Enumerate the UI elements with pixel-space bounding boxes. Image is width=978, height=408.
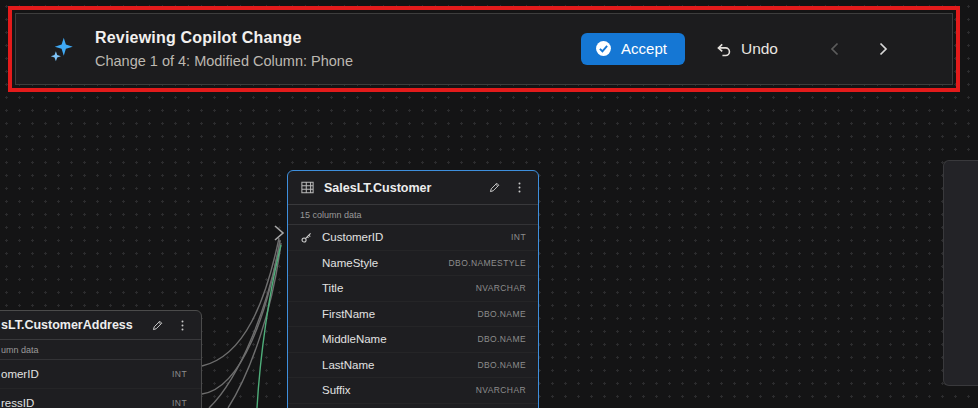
- column-type: DBO.NAMESTYLE: [449, 258, 526, 268]
- column-type: INT: [172, 398, 187, 408]
- banner-info: Reviewing Copilot Change Change 1 of 4: …: [48, 29, 353, 69]
- column-row[interactable]: NameStyleDBO.NAMESTYLE: [288, 251, 538, 277]
- banner-controls: Accept Undo: [581, 33, 952, 65]
- column-type: DBO.NAME: [477, 360, 526, 370]
- chevron-right-icon: [876, 41, 890, 57]
- table-header[interactable]: SalesLT.Customer: [288, 171, 538, 205]
- column-name: LastName: [322, 359, 374, 371]
- banner-text: Reviewing Copilot Change Change 1 of 4: …: [95, 29, 353, 69]
- table-more-options-button[interactable]: [513, 181, 526, 194]
- next-change-button[interactable]: [872, 37, 894, 61]
- column-row[interactable]: SuffixNVARCHAR: [288, 378, 538, 404]
- column-list: omerIDINTressIDINT: [0, 360, 201, 408]
- column-row[interactable]: MiddleNameDBO.NAME: [288, 327, 538, 353]
- column-count-label: 15 column data: [288, 205, 538, 225]
- table-title: sLT.CustomerAddress: [1, 318, 133, 332]
- column-type: NVARCHAR: [476, 283, 526, 293]
- table-actions: [151, 319, 189, 332]
- diagram-canvas[interactable]: { "banner": { "title": "Reviewing Copilo…: [0, 0, 978, 408]
- chevron-left-icon: [828, 41, 842, 57]
- table-actions: [488, 181, 526, 194]
- column-row[interactable]: FirstNameDBO.NAME: [288, 302, 538, 328]
- column-type: DBO.NAME: [477, 334, 526, 344]
- column-type: NVARCHAR: [476, 385, 526, 395]
- table-card-customer-address[interactable]: sLT.CustomerAddress umn data omerIDINTre…: [0, 310, 202, 408]
- undo-icon: [715, 41, 732, 58]
- table-title: SalesLT.Customer: [324, 181, 431, 195]
- copilot-review-banner: Reviewing Copilot Change Change 1 of 4: …: [15, 13, 953, 85]
- banner-subtitle: Change 1 of 4: Modified Column: Phone: [95, 53, 353, 69]
- edge-arrowhead: [275, 226, 283, 240]
- column-name: MiddleName: [322, 333, 387, 345]
- column-row[interactable]: ressIDINT: [0, 389, 201, 408]
- check-circle-icon: [595, 40, 612, 57]
- column-row[interactable]: TitleNVARCHAR: [288, 276, 538, 302]
- edit-table-button[interactable]: [151, 319, 164, 332]
- column-name: CustomerID: [322, 231, 383, 243]
- edit-table-button[interactable]: [488, 181, 501, 194]
- ellipsis-vertical-icon: [513, 181, 526, 194]
- column-type: INT: [511, 232, 526, 242]
- copilot-sparkle-icon: [48, 36, 75, 63]
- pencil-icon: [488, 181, 501, 194]
- copilot-change-highlight-box: Reviewing Copilot Change Change 1 of 4: …: [8, 6, 960, 92]
- column-name: FirstName: [322, 308, 375, 320]
- accept-button-label: Accept: [621, 40, 667, 57]
- ellipsis-vertical-icon: [176, 319, 189, 332]
- column-name: omerID: [1, 368, 39, 380]
- column-name: Title: [322, 282, 343, 294]
- table-header[interactable]: sLT.CustomerAddress: [0, 311, 201, 340]
- banner-title: Reviewing Copilot Change: [95, 29, 353, 47]
- table-card-customer[interactable]: SalesLT.Customer 15 column data Customer…: [287, 170, 539, 408]
- pencil-icon: [151, 319, 164, 332]
- table-card-clipped-right[interactable]: [943, 160, 978, 386]
- undo-button-label: Undo: [741, 40, 778, 58]
- table-grid-icon: [300, 180, 315, 195]
- column-name: NameStyle: [322, 257, 378, 269]
- column-count-label: umn data: [0, 340, 201, 360]
- column-type: DBO.NAME: [477, 309, 526, 319]
- undo-button[interactable]: Undo: [715, 40, 778, 58]
- table-more-options-button[interactable]: [176, 319, 189, 332]
- column-list: CustomerIDINTNameStyleDBO.NAMESTYLETitle…: [288, 225, 538, 404]
- column-row[interactable]: LastNameDBO.NAME: [288, 353, 538, 379]
- column-row[interactable]: omerIDINT: [0, 360, 201, 389]
- primary-key-icon: [300, 231, 322, 244]
- column-name: ressID: [1, 397, 34, 408]
- accept-button[interactable]: Accept: [581, 33, 685, 65]
- column-name: Suffix: [322, 384, 351, 396]
- previous-change-button[interactable]: [824, 37, 846, 61]
- column-type: INT: [172, 369, 187, 379]
- column-row[interactable]: CustomerIDINT: [288, 225, 538, 251]
